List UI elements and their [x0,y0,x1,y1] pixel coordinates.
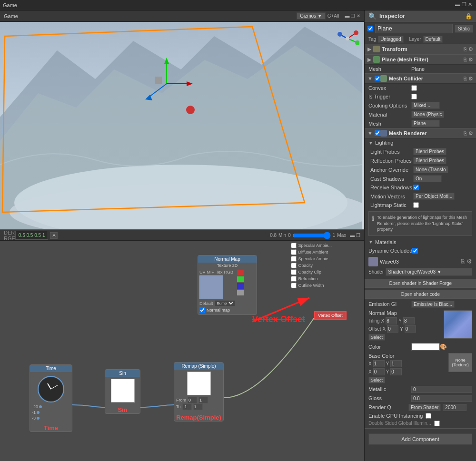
mesh-filter-copy-btn[interactable]: ⎘ [464,57,467,63]
nm-select-btn[interactable]: Select [368,334,385,341]
to-max-input[interactable] [193,403,203,410]
bump-select[interactable]: Bump [215,300,235,306]
cast-shadows-val[interactable]: On [413,175,442,182]
transform-copy-btn[interactable]: ⎘ [464,46,467,52]
motion-vectors-val[interactable]: Per Object Moti... [413,193,455,200]
mesh-filter-gear-btn[interactable]: ⚙ [468,57,473,63]
render-q-mode[interactable]: From Shader [408,404,441,411]
layer-dropdown[interactable]: Default [423,36,443,43]
metallic-input[interactable] [411,386,472,393]
uv-tab[interactable]: UV [199,270,206,275]
a-button[interactable]: A [50,232,58,239]
min-val: 0 [288,233,291,238]
nm-texture-thumb[interactable] [444,310,472,339]
mesh-collider-checkbox[interactable] [375,76,380,81]
specular-amb-check[interactable] [291,243,297,248]
opacity-clip-check[interactable] [291,269,297,275]
transform-header[interactable]: ▶ Transform ⎘ ⚙ [365,44,476,54]
gpu-instancing-label: Enable GPU Instancing [368,413,423,419]
is-trigger-label: Is Trigger [368,94,411,99]
offset-y-input[interactable] [405,325,416,333]
mesh-renderer-gear-btn[interactable]: ⚙ [468,130,473,137]
object-active-checkbox[interactable] [367,26,373,31]
metallic-label: Metallic [368,386,411,392]
lightmap-static-check[interactable] [413,202,419,208]
inspector-lock-btn[interactable]: 🔒 [465,13,472,20]
offset-x-input[interactable] [387,325,398,333]
render-q-val[interactable] [443,404,466,411]
mc-mesh-row: Mesh Plane [365,119,476,128]
double-sided-check[interactable] [434,421,440,426]
rgb-tab[interactable]: RGB [224,270,234,275]
dynamic-occluded-label: Dynamic Occluded [368,248,412,254]
cooking-dropdown[interactable]: Mixed ... [411,102,440,109]
is-trigger-checkbox[interactable] [411,94,417,99]
svg-point-18 [337,32,342,37]
convex-checkbox[interactable] [411,85,417,91]
anchor-override-row: Anchor Override None (Transfo [365,165,476,174]
mesh-collider-gear-btn[interactable]: ⚙ [468,76,473,82]
to-min-input[interactable] [182,403,192,410]
lightmap-static-label: Lightmap Static [370,202,413,208]
game-tab[interactable]: Game [4,13,18,19]
tag-dropdown[interactable]: Untagged [378,36,403,43]
reflection-probes-val[interactable]: Blend Probes [413,157,446,164]
from-min-input[interactable] [188,397,197,403]
anchor-override-val[interactable]: None (Transfo [413,166,448,173]
mesh-renderer-header[interactable]: ▼ Mesh Renderer ⎘ ⚙ [365,128,476,138]
open-shader-btn[interactable]: Open shader in Shader Forge [365,279,476,288]
static-dropdown[interactable]: Static [455,25,473,33]
object-name-input[interactable] [375,24,453,33]
diffuse-amb-check[interactable] [291,249,297,255]
transform-gear-btn[interactable]: ⚙ [468,46,473,52]
offset-label: Offset [368,326,381,332]
value-slider[interactable] [293,232,331,239]
wave-gear-btn[interactable]: ⚙ [466,258,472,265]
offset2-x-input[interactable] [373,368,385,375]
gpu-instancing-check[interactable] [426,413,431,419]
tiling2-x-input[interactable] [373,360,385,367]
mesh-collider-copy-btn[interactable]: ⎘ [464,76,467,82]
gizmos-button[interactable]: Gizmos ▼ [297,12,326,20]
mesh-collider-header[interactable]: ▼ Mesh Collider ⎘ ⚙ [365,73,476,84]
refraction-check[interactable] [291,276,297,282]
offset-x-label: X [383,326,386,332]
eyedrop-btn[interactable]: 🎨 [440,343,447,350]
gloss-input[interactable] [411,395,472,402]
specular-amb-check2[interactable] [291,256,297,262]
vertex-offset-button[interactable]: Vertex Offset [314,311,347,320]
emission-gi-val[interactable]: Emissive Is Blac... [411,301,455,308]
opacity-check[interactable] [291,263,297,268]
mesh-filter-mesh-row: Mesh Plane [365,65,476,73]
mesh-renderer-checkbox[interactable] [375,130,380,136]
tiling-x-input[interactable] [386,317,397,324]
mc-mesh-label: Mesh [368,121,411,127]
from-max-input[interactable] [198,397,208,403]
tag-label: Tag [368,37,376,42]
base-color-select-btn[interactable]: Select [368,377,385,383]
color-swatch[interactable] [411,343,440,351]
open-code-btn[interactable]: Open shader code [365,290,476,299]
light-probes-val[interactable]: Blend Probes [413,148,446,155]
receive-shadows-check[interactable] [413,185,419,190]
tiling2-y-input[interactable] [390,360,402,367]
mc-material-row: Material None (Physic [365,110,476,119]
offset2-y-input[interactable] [390,368,402,375]
double-sided-row: Double Sided Global Illumin... [365,420,476,427]
normal-map-checkbox[interactable] [199,307,205,313]
tex-tab-label[interactable]: Tex [216,270,223,275]
wave-copy-btn[interactable]: ⎘ [461,258,465,265]
add-component-btn[interactable]: Add Component [368,433,472,445]
mesh-renderer-copy-btn[interactable]: ⎘ [464,130,467,137]
mc-material-val[interactable]: None (Physic [411,111,444,118]
mesh-filter-header[interactable]: ▶ Plane (Mesh Filter) ⎘ ⚙ [365,54,476,65]
shader-value[interactable]: Shader.Forge/Wave03 ▼ [386,268,472,276]
base-color-texture[interactable]: None (Texture) [448,353,472,372]
mc-mesh-val[interactable]: Plane [411,120,440,127]
mip-tab[interactable]: MIP [207,270,215,275]
dynamic-occluded-check[interactable] [412,248,418,254]
outline-width-check[interactable] [291,283,297,288]
shader-row: Shader Shader.Forge/Wave03 ▼ [368,268,472,276]
tiling-y-input[interactable] [403,317,415,324]
rgba-a-dot [237,290,244,295]
